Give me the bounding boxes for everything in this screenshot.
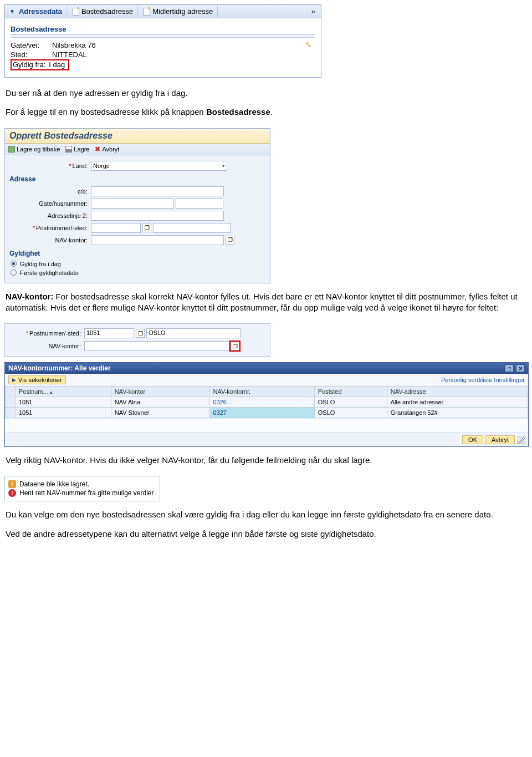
gyldig-fra-idag-radio[interactable]: Gyldig fra i dag [11, 260, 264, 268]
lagre-button[interactable]: Lagre [65, 146, 89, 153]
new-document-icon [144, 8, 150, 16]
nav-kontor-table: Postnum... ▴ NAV-kontor NAV-kontornr. Po… [5, 386, 528, 418]
navkontor-input[interactable] [91, 235, 224, 245]
new-document-icon [73, 8, 79, 16]
adressedata-tabbar: ▼ Adressedata Bostedsadresse Midlertidig… [5, 5, 321, 18]
gate-label: Gate/husnummer: [11, 200, 91, 207]
forste-gyldighetsdato-radio[interactable]: Første gyldighetsdato [11, 268, 264, 277]
navkontor-picker-highlight: ❐ [229, 341, 241, 352]
verdiliste-innstillinger-link[interactable]: Personlig verdiliste Innstillinger [441, 377, 525, 383]
co-input[interactable] [91, 186, 224, 196]
co-label: c/o: [11, 188, 91, 195]
resize-handle-icon[interactable] [517, 436, 525, 444]
post-label: Postnummer/-sted: [36, 225, 88, 231]
postnummer-snippet: *Postnummer/-sted: 1051 ❐ OSLO NAV-konto… [4, 323, 270, 357]
error-icon: ! [8, 489, 16, 497]
dialog-title: NAV-kontornummer: Alle verdier [8, 364, 111, 372]
window-maximize-icon[interactable]: □ [505, 364, 514, 372]
husnummer-input[interactable] [176, 199, 223, 209]
col-poststed[interactable]: Poststed [314, 387, 387, 397]
gyldig-label: Gyldig fra: [13, 60, 49, 69]
paragraph-text: For bostedsadresse skal korrekt NAV-kont… [6, 292, 518, 312]
col-postnum[interactable]: Postnum... ▴ [16, 387, 111, 397]
postnummer-picker-icon[interactable]: ❐ [136, 329, 145, 338]
vis-sokekriterier-button[interactable]: ▶ Vis søkekriterier [8, 375, 66, 384]
dialog-titlebar: NAV-kontornummer: Alle verdier □ ✕ [5, 363, 528, 374]
form-toolbar: Lagre og tilbake Lagre ✖ Avbryt [5, 144, 270, 155]
radio-icon [11, 270, 17, 276]
paragraph: Velg riktig NAV-kontor. Hvis du ikke vel… [6, 455, 526, 466]
paragraph: Du kan velge om den nye bostedsadressen … [6, 509, 526, 520]
tabs-overflow-button[interactable]: » [308, 7, 319, 16]
tab-midlertidig[interactable]: Midlertidig adresse [141, 6, 218, 17]
lagre-og-tilbake-button[interactable]: Lagre og tilbake [8, 146, 60, 153]
nav-kontornummer-dialog: NAV-kontornummer: Alle verdier □ ✕ ▶ Vis… [4, 362, 529, 447]
table-row[interactable]: 1051 NAV Stovner 0327 OSLO Granstangen 5… [6, 408, 528, 418]
postnummer-input[interactable]: 1051 [84, 328, 134, 338]
paragraph: NAV-kontor: For bostedsadresse skal korr… [6, 291, 526, 314]
tab-label: Adressedata [19, 7, 62, 16]
radio-icon [11, 261, 17, 267]
gyldighet-section-header: Gyldighet [9, 250, 264, 257]
avbryt-button[interactable]: Avbryt [485, 435, 515, 444]
cancel-icon: ✖ [95, 145, 100, 153]
navkontor-label: NAV-kontor: [9, 343, 84, 349]
navkontor-label: NAV-kontor: [11, 237, 91, 243]
post-label: Postnummer/-sted: [29, 330, 81, 337]
window-close-icon[interactable]: ✕ [516, 364, 525, 372]
navkontor-picker-icon[interactable]: ❐ [226, 236, 234, 245]
tab-bostedsadresse[interactable]: Bostedsadresse [70, 6, 138, 17]
gate-value: Nilsbrekka 76 [52, 41, 305, 49]
error-text: Hent rett NAV-nummer fra gitte mulige ve… [19, 489, 154, 497]
paragraph-line: For å legge til en ny bostedsadresse kli… [6, 107, 206, 116]
linje2-input[interactable] [91, 211, 224, 221]
tab-label: Bostedsadresse [81, 7, 133, 16]
postnummer-picker-icon[interactable]: ❐ [142, 223, 151, 232]
poststed-input[interactable] [153, 223, 231, 233]
gyldig-fra-highlight: Gyldig fra: I dag [11, 59, 69, 70]
tab-adressedata[interactable]: ▼ Adressedata [7, 6, 67, 17]
tab-label: Midlertidig adresse [152, 7, 213, 16]
navkontor-input[interactable] [84, 341, 229, 351]
land-label: Land: [72, 162, 88, 169]
col-navadresse[interactable]: NAV-adresse [387, 387, 528, 397]
postnummer-input[interactable] [91, 223, 141, 233]
chevron-down-icon: ▼ [9, 8, 15, 14]
adressedata-panel: ▼ Adressedata Bostedsadresse Midlertidig… [4, 4, 321, 78]
edit-icon[interactable]: ✎ [305, 40, 315, 49]
linje2-label: Adresselinje 2: [11, 212, 91, 219]
sort-asc-icon: ▴ [50, 389, 53, 395]
sted-label: Sted: [11, 50, 52, 59]
paragraph-line: Du ser nå at den nye adressen er gyldig … [6, 88, 526, 99]
section-separator [11, 34, 315, 38]
save-back-icon [8, 146, 15, 153]
adresse-section-header: Adresse [9, 175, 264, 183]
land-select[interactable]: Norge ▾ [91, 161, 227, 171]
dropdown-icon: ▾ [222, 163, 225, 169]
arrow-right-icon: ▶ [12, 377, 16, 383]
error-text: Dataene ble ikke lagret. [19, 480, 89, 488]
paragraph: Du ser nå at den nye adressen er gyldig … [6, 88, 526, 118]
gate-label: Gate/vei: [11, 41, 52, 49]
sted-value: NITTEDAL [52, 50, 315, 59]
poststed-input[interactable]: OSLO [146, 328, 241, 338]
form-title: Opprett Bostedsadresse [5, 129, 270, 144]
navkontor-picker-icon[interactable]: ❐ [231, 342, 239, 350]
avbryt-button[interactable]: ✖ Avbryt [95, 145, 119, 153]
section-title: Bostedsadresse [11, 23, 315, 34]
table-row[interactable]: 1051 NAV Alna 0326 OSLO Alle andre adres… [6, 397, 528, 408]
ok-button[interactable]: OK [462, 435, 483, 444]
gyldig-value: I dag [49, 60, 65, 69]
paragraph: Ved de andre adressetypene kan du altern… [6, 529, 526, 540]
col-navkontornr[interactable]: NAV-kontornr. [209, 387, 314, 397]
gate-input[interactable] [91, 199, 174, 209]
error-message-box: ! Dataene ble ikke lagret. ! Hent rett N… [4, 476, 160, 501]
paragraph-bold: Bostedsadresse [206, 107, 270, 116]
warning-icon: ! [8, 480, 16, 488]
col-navkontor[interactable]: NAV-kontor [111, 387, 209, 397]
opprett-bostedsadresse-form: Opprett Bostedsadresse Lagre og tilbake … [4, 128, 270, 283]
paragraph-bold: NAV-kontor: [6, 292, 53, 301]
save-icon [65, 146, 72, 153]
